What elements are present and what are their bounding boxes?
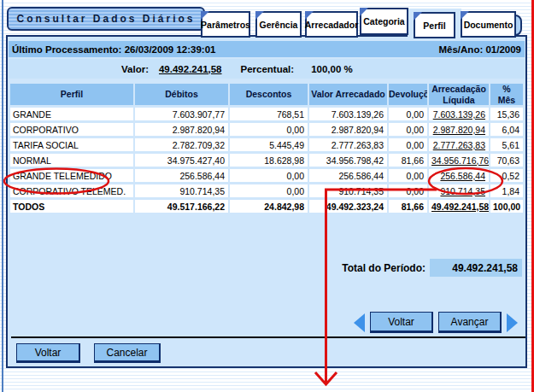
cell-pct-mes: 0,52 — [490, 169, 523, 182]
valor-label: Valor: — [121, 64, 149, 74]
cell-debitos: 49.517.166,22 — [135, 200, 228, 213]
col-header-perfil: Perfil — [10, 84, 133, 105]
cell-arrecadacao-liquida-link[interactable]: 7.603.139,26 — [429, 108, 489, 120]
valor-value-link[interactable]: 49.492.241,58 — [159, 64, 222, 74]
cell-devolucoes: 81,66 — [389, 200, 427, 213]
cell-pct-mes: 100,00 — [490, 200, 523, 213]
cell-valor-arrecadado: 2.777.263,83 — [309, 138, 387, 151]
annotation-arrowhead-icon — [315, 372, 337, 384]
tab-fold-icon — [414, 12, 422, 20]
cell-devolucoes: 0,00 — [389, 123, 427, 136]
cell-debitos: 910.714,35 — [135, 184, 228, 197]
cell-arrecadacao-liquida-link[interactable]: 256.586,44 — [429, 169, 489, 182]
table-row: TARIFA SOCIAL 2.782.709,32 5.445,49 2.77… — [10, 138, 523, 151]
cell-pct-mes: 1,84 — [490, 184, 523, 197]
cell-descontos: 0,00 — [230, 123, 308, 136]
tab-label: Categoria — [363, 16, 404, 26]
cell-debitos: 2.782.709,32 — [135, 138, 228, 151]
cell-perfil: NORMAL — [10, 154, 133, 167]
cell-arrecadacao-liquida-link[interactable]: 910.714,35 — [429, 184, 489, 197]
cell-valor-arrecadado: 2.987.820,94 — [309, 123, 387, 136]
cell-descontos: 0,00 — [230, 169, 308, 182]
cell-arrecadacao-liquida-link[interactable]: 34.956.716,76 — [429, 154, 489, 167]
table-row: CORPORATIVO 2.987.820,94 0,00 2.987.820,… — [10, 123, 523, 136]
cell-arrecadacao-liquida-link[interactable]: 49.492.241,58 — [429, 200, 489, 213]
cell-valor-arrecadado: 7.603.139,26 — [309, 108, 387, 120]
footer-divider — [11, 336, 525, 338]
cell-devolucoes: 0,00 — [389, 184, 427, 197]
tab-fold-icon — [255, 11, 264, 20]
cancel-button[interactable]: Cancelar — [94, 343, 161, 363]
cell-descontos: 5.445,49 — [230, 138, 308, 151]
page-first-arrow-icon[interactable] — [354, 313, 365, 332]
tab-arrecadador[interactable]: Arrecadador — [305, 11, 358, 38]
period-total-value: 49.492.241,58 — [430, 259, 522, 277]
cell-descontos: 18.628,98 — [230, 154, 308, 167]
cell-devolucoes: 0,00 — [389, 169, 427, 182]
table-row-totals: TODOS 49.517.166,22 24.842,98 49.492.323… — [10, 200, 523, 213]
pagination-forward-button[interactable]: Avançar — [438, 312, 502, 333]
table-row: GRANDE 7.603.907,77 768,51 7.603.139,26 … — [10, 108, 523, 120]
tab-fold-icon — [360, 8, 368, 16]
pagination: Voltar Avançar — [354, 312, 518, 333]
col-header-descontos: Descontos — [230, 84, 308, 105]
cell-perfil: TARIFA SOCIAL — [10, 138, 133, 151]
tab-gerencia[interactable]: Gerência — [255, 11, 302, 38]
tab-label: Arrecadador — [305, 20, 358, 30]
tab-fold-icon — [305, 11, 314, 20]
period-total: Total do Período: 49.492.241,58 — [325, 259, 522, 277]
page-title-label: Consultar Dados Diários — [16, 13, 195, 25]
cell-arrecadacao-liquida-link[interactable]: 2.987.820,94 — [429, 123, 489, 136]
col-header-pct-mes: % Mês — [490, 84, 523, 105]
cell-debitos: 2.987.820,94 — [135, 123, 228, 136]
cell-descontos: 0,00 — [230, 184, 308, 197]
cell-pct-mes: 6,04 — [490, 123, 523, 136]
tab-label: Parâmetros — [201, 20, 250, 30]
cell-pct-mes: 5,61 — [490, 138, 523, 151]
table-row-highlighted: GRANDE TELEMEDIDO 256.586,44 0,00 256.58… — [10, 169, 523, 182]
percentual-label: Percentual: — [241, 64, 295, 74]
tab-documento[interactable]: Documento — [461, 11, 516, 38]
cell-pct-mes: 70,63 — [490, 154, 523, 167]
cell-perfil: CORPORATIVO — [10, 123, 133, 136]
cell-valor-arrecadado: 910.714,35 — [309, 184, 387, 197]
cell-pct-mes: 15,36 — [490, 108, 523, 120]
table-header-row: Perfil Débitos Descontos Valor Arrecadad… — [10, 84, 523, 105]
pagination-back-button[interactable]: Voltar — [370, 312, 433, 333]
cell-valor-arrecadado: 256.586,44 — [309, 169, 387, 182]
tab-fold-icon — [461, 11, 469, 20]
tab-categoria[interactable]: Categoria — [360, 8, 408, 35]
back-button[interactable]: Voltar — [16, 343, 80, 363]
cell-devolucoes: 0,00 — [389, 108, 427, 120]
col-header-debitos: Débitos — [135, 84, 228, 105]
page-title: Consultar Dados Diários — [7, 7, 205, 31]
tab-fold-icon — [201, 11, 209, 20]
cell-perfil: GRANDE — [10, 108, 133, 120]
col-header-valor-arrecadado: Valor Arrecadado — [309, 84, 387, 105]
cell-arrecadacao-liquida-link[interactable]: 2.777.263,83 — [429, 138, 489, 151]
cell-descontos: 768,51 — [230, 108, 308, 120]
cell-debitos: 7.603.907,77 — [135, 108, 228, 120]
cell-perfil: TODOS — [10, 200, 133, 213]
tab-perfil[interactable]: Perfil — [414, 12, 455, 38]
table-row: NORMAL 34.975.427,40 18.628,98 34.956.79… — [10, 154, 523, 167]
cell-perfil: CORPORATIVO TELEMED. — [10, 184, 133, 197]
last-processing-text: Último Processamento: 26/03/2009 12:39:0… — [12, 44, 215, 55]
cell-devolucoes: 0,00 — [389, 138, 427, 151]
cell-devolucoes: 81,66 — [389, 154, 427, 167]
window-left-border — [2, 0, 3, 392]
cell-descontos: 24.842,98 — [230, 200, 308, 213]
cell-debitos: 256.586,44 — [135, 169, 228, 182]
cell-valor-arrecadado: 49.492.323,24 — [309, 200, 387, 213]
period-total-label: Total do Período: — [342, 262, 425, 274]
tab-label: Gerência — [260, 20, 298, 30]
table-row: CORPORATIVO TELEMED. 910.714,35 0,00 910… — [10, 184, 523, 197]
tab-label: Documento — [464, 20, 513, 30]
percentual-value: 100,00 % — [311, 64, 353, 74]
cell-perfil: GRANDE TELEMEDIDO — [10, 169, 133, 182]
tab-parametros[interactable]: Parâmetros — [201, 11, 250, 38]
summary-bar: Valor: 49.492.241,58 Percentual: 100,00 … — [9, 59, 525, 79]
month-year-text: Mês/Ano: 01/2009 — [438, 44, 521, 55]
processing-info-bar: Último Processamento: 26/03/2009 12:39:0… — [9, 41, 525, 57]
page-last-arrow-icon[interactable] — [507, 313, 518, 332]
